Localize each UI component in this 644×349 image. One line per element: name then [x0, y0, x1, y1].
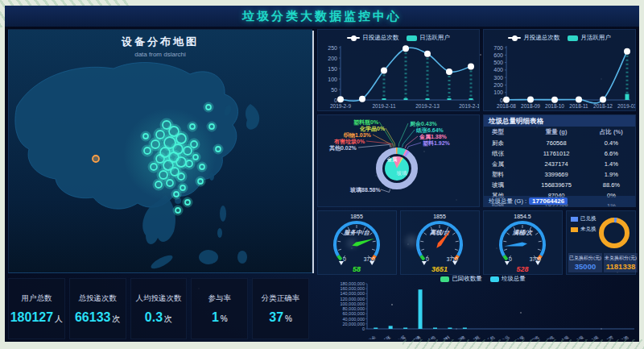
header-bar: 垃圾分类大数据监控中心: [5, 6, 639, 27]
svg-text:2019-2-13: 2019-2-13: [415, 103, 440, 109]
category-bar-chart[interactable]: 020,000,00040,000,00060,000,00080,000,00…: [330, 282, 636, 339]
total-label: 垃圾总量 (G) :: [489, 197, 526, 206]
legend-item-daily-deliveries[interactable]: 日投递总次数: [347, 34, 398, 42]
redeem-donut-chart[interactable]: [592, 213, 634, 255]
svg-text:40,000,000: 40,000,000: [342, 317, 365, 322]
svg-text:200: 200: [328, 56, 337, 61]
svg-text:1855: 1855: [433, 214, 446, 219]
garbage-ratio-donut-panel: 金属玻璃 塑料瓶0%化学品0%厨余0.43%纸张6.64%织物1.03%金属1.…: [317, 114, 480, 207]
stat-unit: %: [221, 314, 228, 323]
table-cell: 2437174: [525, 159, 587, 169]
legend-item-daily-active-users[interactable]: 日活跃用户: [407, 34, 450, 42]
legend-item-monthly-deliveries[interactable]: 月投递总次数: [508, 34, 559, 42]
redeem-values: 已兑换积分(元) 35000 未兑换积分(元) 1181338: [568, 253, 634, 272]
svg-text:电池: 电池: [619, 334, 630, 339]
gauge-full-bin[interactable]: 1854.5满桶/次03709528: [483, 210, 563, 275]
table-title: 垃圾总量明细表格: [484, 115, 635, 127]
svg-text:塑料: 塑料: [441, 334, 452, 339]
legend-item-monthly-active-users[interactable]: 月活跃用户: [568, 34, 611, 42]
svg-text:50: 50: [331, 87, 337, 93]
table-footer: 垃圾总量 (G) : 177064426: [484, 196, 635, 206]
svg-text:2018-09: 2018-09: [521, 103, 540, 109]
table-col-header: 类型: [484, 127, 525, 138]
svg-text:0: 0: [362, 326, 365, 331]
stat-accuracy-rate: 分类正确率 37%: [252, 278, 309, 339]
stat-participation-rate: 参与率 1%: [191, 278, 248, 339]
svg-text:灯管: 灯管: [605, 334, 615, 339]
kpi-stats-row: 用户总数 180127人 总投递次数 66133次 人均投递次数 0.3次 参与…: [8, 278, 309, 339]
svg-text:其他: 其他: [426, 334, 436, 339]
svg-text:100: 100: [493, 89, 503, 95]
legend-item-redeemed[interactable]: 已兑换: [571, 215, 597, 222]
daily-chart-legend: 日投递总次数 日活跃用户: [318, 32, 479, 44]
svg-text:2018-11: 2018-11: [569, 103, 588, 109]
redeemed-points-value: 35000: [569, 262, 601, 271]
svg-text:3651: 3651: [431, 265, 448, 273]
svg-text:化学品: 化学品: [497, 334, 511, 339]
svg-text:100: 100: [328, 77, 337, 82]
monthly-chart-legend: 月投递总次数 月活跃用户: [484, 32, 635, 44]
monthly-line-chart-panel: 月投递总次数 月活跃用户 01002003004005006007002018-…: [483, 29, 636, 111]
device-map-panel: 设备分布地图 data from dslarchi: [8, 29, 312, 273]
svg-text:满桶/次: 满桶/次: [512, 229, 533, 236]
china-map[interactable]: [9, 30, 312, 272]
category-bar-chart-panel: 已回收数量 垃圾总量 020,000,00040,000,00060,000,0…: [330, 273, 636, 339]
table-row: 纸张117610126.6%: [484, 148, 635, 159]
svg-text:可回收: 可回收: [526, 334, 541, 339]
gauge-in-service[interactable]: 1855服务中/台0371058: [317, 210, 397, 275]
table-cell: 厨余: [484, 138, 525, 148]
svg-text:528: 528: [516, 265, 528, 273]
stat-unit: %: [285, 314, 292, 323]
daily-line-chart[interactable]: 0501001502002502019-2-92019-2-112019-2-1…: [318, 43, 479, 110]
svg-text:2019-01: 2019-01: [617, 103, 635, 109]
daily-line-chart-panel: 日投递总次数 日活跃用户 0501001502002502019-2-92019…: [317, 29, 480, 111]
svg-text:0: 0: [334, 98, 337, 103]
table-col-header: 重量 (g): [525, 127, 587, 138]
unredeemed-points-cell: 未兑换积分(元) 1181338: [604, 253, 638, 272]
svg-text:200: 200: [493, 82, 503, 88]
page-title: 垃圾分类大数据监控中心: [242, 9, 402, 24]
svg-text:建筑垃圾: 建筑垃圾: [567, 334, 585, 339]
table-cell: 6.6%: [588, 148, 635, 159]
legend-label: 月活跃用户: [580, 34, 611, 42]
svg-text:80,000,000: 80,000,000: [342, 306, 365, 311]
stat-avg-deliveries: 人均投递次数 0.3次: [130, 278, 188, 339]
svg-text:1854.5: 1854.5: [514, 214, 531, 219]
table-header: 类型重量 (g)占比 (%): [484, 127, 635, 138]
svg-text:140,000,000: 140,000,000: [340, 291, 365, 296]
svg-text:2019-2-15: 2019-2-15: [459, 103, 479, 109]
monthly-line-chart[interactable]: 01002003004005006007002018-082018-092018…: [484, 43, 635, 110]
stat-unit: 次: [164, 314, 172, 323]
unredeemed-points-value: 1181338: [605, 262, 637, 271]
svg-text:150: 150: [328, 66, 337, 72]
svg-text:0: 0: [509, 256, 512, 262]
unredeemed-points-label: 未兑换积分(元): [605, 255, 637, 262]
svg-text:2018-10: 2018-10: [545, 103, 564, 109]
table-col-header: 占比 (%): [588, 127, 635, 138]
gauge-offline[interactable]: 1855离线/台037103651: [400, 210, 480, 275]
stat-label: 总投递次数: [78, 293, 117, 304]
svg-text:250: 250: [328, 45, 337, 51]
svg-text:58: 58: [353, 265, 361, 273]
legend-item-unredeemed[interactable]: 未兑换: [571, 226, 597, 233]
svg-text:700: 700: [493, 45, 503, 51]
pie-slice-label: 玻璃88.58%: [350, 186, 381, 194]
svg-text:400: 400: [493, 67, 503, 73]
bar-series-icon: [568, 35, 578, 41]
stat-total-deliveries: 总投递次数 66133次: [69, 278, 126, 339]
redeemed-swatch-icon: [571, 217, 578, 222]
svg-text:0: 0: [500, 98, 503, 103]
svg-text:60,000,000: 60,000,000: [342, 311, 365, 316]
table-cell: 塑料: [484, 169, 525, 180]
legend-label: 日投递总次数: [362, 34, 398, 42]
svg-text:180,000,000: 180,000,000: [340, 282, 365, 286]
pie-slice-label: 塑料1.92%: [423, 139, 450, 147]
table-row: 厨余7605680.4%: [484, 138, 635, 148]
recycled-swatch-icon: [440, 276, 449, 282]
legend-label: 月投递总次数: [523, 34, 559, 42]
table-cell: 纸张: [484, 148, 525, 159]
garbage-detail-table-panel: 垃圾总量明细表格 类型重量 (g)占比 (%) 厨余7605680.4%纸张11…: [483, 114, 636, 207]
svg-text:织物: 织物: [456, 334, 466, 339]
svg-text:2019-2-9: 2019-2-9: [330, 103, 351, 109]
table-cell: 0.4%: [588, 138, 635, 148]
